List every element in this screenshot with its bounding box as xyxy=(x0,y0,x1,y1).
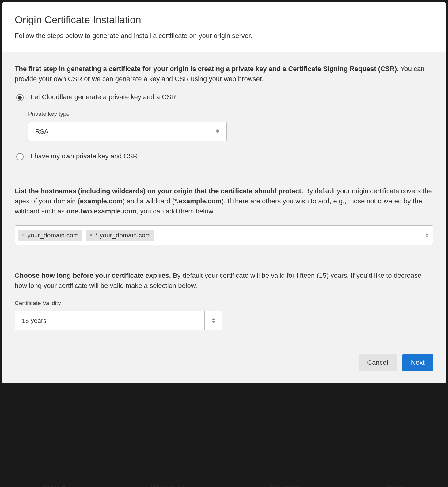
remove-hostname-icon[interactable]: × xyxy=(22,232,26,238)
step-csr-intro-bold: The first step in generating a certifica… xyxy=(15,65,399,73)
modal-footer: Cancel Next xyxy=(2,344,446,383)
private-key-block: Private key type RSA xyxy=(28,111,433,141)
hostnames-input[interactable]: × your_domain.com × *.your_domain.com xyxy=(15,225,433,245)
step-csr: The first step in generating a certifica… xyxy=(2,52,446,174)
hostname-tag: × *.your_domain.com xyxy=(86,230,154,241)
radio-row-generate[interactable]: Let Cloudflare generate a private key an… xyxy=(15,93,433,101)
step-validity-intro: Choose how long before your certificate … xyxy=(15,270,433,291)
radio-generate[interactable] xyxy=(16,94,24,101)
step-hostnames: List the hostnames (including wildcards)… xyxy=(2,174,446,259)
private-key-type-value: RSA xyxy=(28,128,209,135)
radio-row-own[interactable]: I have my own private key and CSR xyxy=(15,152,433,160)
step-hostnames-intro: List the hostnames (including wildcards)… xyxy=(15,186,433,216)
background-nav: Contact What we do Resources Suppo xyxy=(0,481,448,487)
step-validity: Choose how long before your certificate … xyxy=(2,259,446,344)
cancel-button[interactable]: Cancel xyxy=(359,354,397,371)
radio-own-label: I have my own private key and CSR xyxy=(31,152,138,160)
origin-cert-modal: Origin Certificate Installation Follow t… xyxy=(2,2,446,383)
validity-label: Certificate Validity xyxy=(15,300,433,307)
validity-select[interactable]: 15 years xyxy=(15,311,222,330)
hostname-tag-label: *.your_domain.com xyxy=(95,232,151,239)
modal-subtitle: Follow the steps below to generate and i… xyxy=(15,31,433,41)
modal-title: Origin Certificate Installation xyxy=(15,14,433,26)
modal-header: Origin Certificate Installation Follow t… xyxy=(2,2,446,52)
remove-hostname-icon[interactable]: × xyxy=(89,232,93,238)
select-arrows-icon xyxy=(204,311,222,330)
radio-own[interactable] xyxy=(16,153,24,160)
next-button[interactable]: Next xyxy=(402,354,433,371)
hostname-tag-label: your_domain.com xyxy=(28,232,79,239)
hostname-tag: × your_domain.com xyxy=(18,230,82,241)
radio-generate-label: Let Cloudflare generate a private key an… xyxy=(31,93,176,101)
select-arrows-icon xyxy=(209,122,226,141)
private-key-type-label: Private key type xyxy=(28,111,433,117)
private-key-type-select[interactable]: RSA xyxy=(28,122,227,141)
select-arrows-icon xyxy=(425,233,429,237)
validity-value: 15 years xyxy=(15,317,204,324)
step-csr-intro: The first step in generating a certifica… xyxy=(15,64,433,84)
